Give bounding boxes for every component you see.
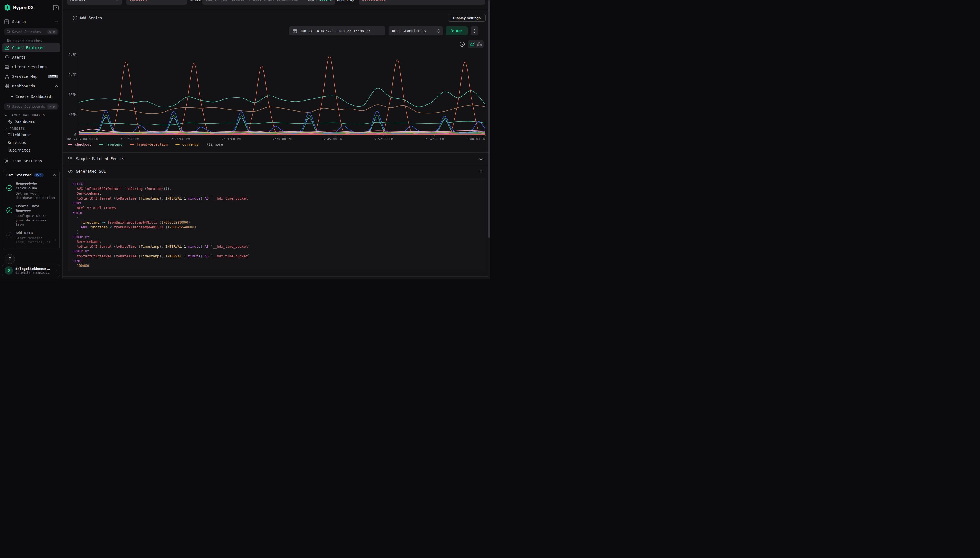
scrollbar-thumb[interactable]: [488, 0, 490, 238]
legend-item-currency[interactable]: currency: [175, 142, 199, 146]
more-options-button[interactable]: ⋮: [471, 26, 478, 35]
get-started-step-2[interactable]: Create Data Sources Configure where your…: [6, 204, 56, 226]
series-fraud-detection: [79, 56, 486, 134]
x-axis-label: Jan 27 2:08:00 PM: [66, 137, 98, 141]
generated-sql-code[interactable]: SELECT AVG(toFloat64OrDefault (toString …: [68, 178, 485, 271]
service-map-label: Service Map: [12, 74, 38, 79]
sample-matched-events-label: Sample Matched Events: [76, 156, 124, 161]
add-series-label: Add Series: [80, 16, 102, 20]
page-scrollbar[interactable]: [488, 0, 490, 279]
y-axis-label: 800M: [69, 93, 77, 97]
bar-chart-icon[interactable]: [476, 41, 482, 47]
sql-line: GROUP BY: [73, 235, 481, 240]
collapse-sidebar-icon[interactable]: [53, 5, 59, 10]
app-title: HyperDX: [13, 5, 53, 10]
sql-line: ): [73, 230, 481, 235]
sql-mode-option[interactable]: SQL: [308, 0, 314, 2]
y-axis-label: 1.2B: [69, 73, 77, 77]
logo-row: HyperDX: [0, 0, 62, 13]
get-started-card: Get Started 2/3 Connect to ClickHouse Se…: [3, 170, 60, 250]
step-title: Add Data: [16, 230, 53, 235]
sql-line: AVG(toFloat64OrDefault (toString (Durati…: [73, 186, 481, 191]
lucene-mode-option[interactable]: Lucene: [319, 0, 332, 2]
preset-link-services[interactable]: Services: [8, 140, 59, 145]
sidebar-item-dashboards[interactable]: Dashboards: [2, 81, 60, 91]
saved-dashboards-input[interactable]: [10, 104, 47, 108]
legend-label: fraud-detection: [137, 142, 168, 146]
calendar-icon: 1: [293, 29, 297, 33]
create-dashboard-label: Create Dashboard: [15, 94, 51, 98]
plus-circle-icon: [73, 16, 77, 20]
clock-icon[interactable]: [459, 41, 465, 47]
plus-icon: +: [11, 94, 13, 98]
sample-matched-events-section[interactable]: Sample Matched Events: [63, 153, 488, 165]
sidebar-item-service-map[interactable]: Service Map BETA: [2, 72, 60, 81]
get-started-step-3[interactable]: 3 Add Data Start sending logs, metrics, …: [6, 230, 56, 249]
display-settings-button[interactable]: Display Settings: [448, 14, 486, 21]
sql-line: LIMIT: [73, 259, 481, 264]
query-language-toggle[interactable]: SQL|Lucene: [308, 0, 332, 2]
dashboard-link-my-dashboard[interactable]: My Dashboard: [8, 119, 59, 124]
legend-label: currency: [182, 142, 199, 146]
sidebar-item-chart-explorer[interactable]: Chart Explorer: [2, 43, 60, 53]
dashboards-label: Dashboards: [12, 84, 35, 88]
code-icon: [68, 169, 73, 174]
laptop-icon: [4, 64, 9, 69]
run-button[interactable]: Run: [446, 26, 468, 35]
field-input[interactable]: Duration: [126, 0, 187, 5]
chevron-up-icon[interactable]: [53, 174, 56, 176]
mode-separator: |: [314, 0, 319, 2]
app-root: HyperDX Search ⌘ K No saved searches: [0, 0, 490, 279]
saved-dashboards-section[interactable]: SAVED DASHBOARDS: [8, 113, 59, 117]
preset-link-clickhouse[interactable]: ClickHouse: [8, 133, 59, 137]
sql-line: WHERE: [73, 210, 481, 215]
get-started-progress-badge: 2/3: [34, 173, 44, 177]
aggregation-select[interactable]: Average ⌄: [67, 0, 122, 5]
saved-searches-input[interactable]: [10, 30, 47, 34]
series-blue1: [79, 110, 486, 133]
add-series-button[interactable]: Add Series: [73, 14, 102, 21]
search-query-input-wrap[interactable]: Search your events w/ Lucene ex: ColumnN…: [203, 0, 335, 5]
group-by-input[interactable]: ServiceName: [359, 0, 485, 5]
y-axis-label: 0: [75, 133, 77, 137]
date-range-picker[interactable]: 1 Jan 27 14:08:27 - Jan 27 15:08:27: [289, 26, 385, 35]
sidebar-item-client-sessions[interactable]: Client Sessions: [2, 62, 60, 72]
legend-item-checkout[interactable]: checkout: [68, 142, 91, 146]
sidebar-item-alerts[interactable]: Alerts: [2, 53, 60, 62]
user-email: dale@clickhouse.c…: [15, 271, 55, 275]
step-number-circle: 3: [6, 230, 13, 249]
play-icon: [451, 29, 454, 33]
legend-swatch: [68, 144, 72, 145]
line-chart-icon[interactable]: [470, 41, 475, 47]
granularity-select[interactable]: Auto Granularity: [389, 26, 443, 35]
sidebar-item-search[interactable]: Search: [0, 18, 62, 26]
legend-more-link[interactable]: +12 more: [206, 142, 223, 146]
where-label: Where: [190, 0, 201, 3]
x-axis-label: 3:08:00 PM: [466, 137, 485, 141]
client-sessions-label: Client Sessions: [12, 65, 47, 69]
check-circle-icon: [6, 204, 13, 226]
create-dashboard-button[interactable]: + Create Dashboard: [0, 92, 62, 100]
presets-section[interactable]: PRESETS: [8, 127, 59, 130]
timeseries-chart[interactable]: 0400M800M1.2B1.6BJan 27 2:08:00 PM2:17:0…: [65, 53, 487, 141]
search-section-label: Search: [12, 20, 26, 24]
granularity-value: Auto Granularity: [392, 29, 426, 33]
group-by-value: ServiceName: [362, 0, 386, 2]
series-mint-low: [79, 133, 486, 133]
legend-item-frontend[interactable]: frontend: [99, 142, 122, 146]
preset-link-kubernetes[interactable]: Kubernetes: [8, 148, 59, 153]
legend-item-fraud-detection[interactable]: fraud-detection: [130, 142, 168, 146]
get-started-step-1[interactable]: Connect to ClickHouse Set up your databa…: [6, 181, 56, 200]
generated-sql-section[interactable]: Generated SQL: [63, 165, 488, 177]
series-tan: [79, 105, 486, 114]
chevron-down-icon: ⌄: [117, 0, 119, 1]
x-axis-label: 2:24:00 PM: [171, 137, 190, 141]
sidebar-item-team-settings[interactable]: Team Settings: [2, 156, 60, 166]
x-axis-label: 2:52:00 PM: [374, 137, 393, 141]
help-button[interactable]: ?: [5, 254, 15, 264]
date-range-value: Jan 27 14:08:27 - Jan 27 15:08:27: [299, 29, 370, 33]
avatar: D: [5, 266, 13, 275]
series-frontend: [79, 88, 486, 107]
user-account-button[interactable]: D dale@clickhouse.… dale@clickhouse.c… ›: [2, 264, 60, 277]
presets-section-label: PRESETS: [10, 127, 25, 130]
